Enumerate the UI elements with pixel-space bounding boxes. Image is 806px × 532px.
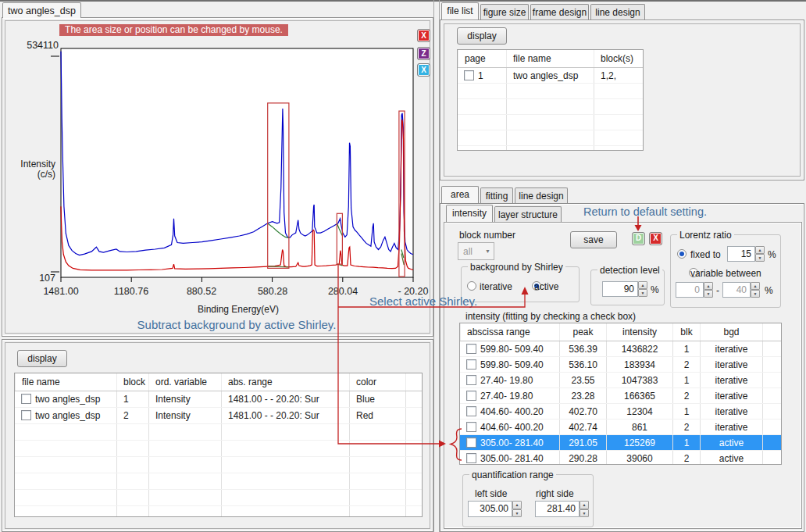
- lorentz-low-spinner[interactable]: ▲ ▼: [704, 282, 713, 298]
- save-button[interactable]: save: [570, 231, 617, 248]
- column-header[interactable]: abs. range: [221, 373, 349, 391]
- column-header[interactable]: peak: [559, 323, 606, 341]
- intensity-table[interactable]: abscissa rangepeakintensityblkbgd599.80-…: [459, 323, 782, 465]
- detection-level-input[interactable]: 90: [602, 281, 638, 297]
- background-shirley-title: background by Shirley: [468, 262, 565, 273]
- tab-line-design-top[interactable]: line design: [590, 4, 645, 20]
- spinner-up-icon[interactable]: ▲: [751, 282, 760, 290]
- column-header[interactable]: blk: [672, 323, 700, 341]
- table-row[interactable]: 404.60- 400.20402.70123041iterative: [460, 404, 781, 420]
- delete-button[interactable]: X: [649, 232, 662, 245]
- table-cell: [221, 457, 349, 473]
- table-cell: [349, 441, 405, 456]
- lorentz-fixed-radio[interactable]: [677, 249, 687, 259]
- table-row[interactable]: 599.80- 509.40536.101839342iterative: [460, 357, 781, 373]
- row-checkbox[interactable]: [466, 453, 476, 463]
- table-row[interactable]: 27.40- 19.8023.281663652iterative: [460, 388, 781, 404]
- tab-figure-size[interactable]: figure size: [480, 4, 529, 20]
- iterative-radio[interactable]: [467, 281, 476, 291]
- table-cell: [762, 341, 779, 356]
- spinner-down-icon[interactable]: ▼: [751, 290, 760, 298]
- table-cell: Intensity: [148, 408, 221, 423]
- table-cell: [405, 473, 420, 489]
- spinner-up-icon[interactable]: ▲: [704, 282, 713, 290]
- display-button-top[interactable]: display: [457, 27, 507, 45]
- table-row[interactable]: 305.00- 281.40290.28390602active: [460, 451, 781, 465]
- table-row[interactable]: 27.40- 19.8023.5510473831iterative: [460, 373, 781, 388]
- table-cell: 1,2,: [594, 68, 642, 83]
- lorentz-fixed-input[interactable]: 15: [727, 246, 755, 262]
- column-header[interactable]: block(s): [594, 50, 642, 67]
- column-header[interactable]: [405, 373, 420, 391]
- table-header-row: file nameblockord. variableabs. rangecol…: [15, 373, 422, 391]
- column-header[interactable]: block: [116, 373, 148, 391]
- tab-layer-structure[interactable]: layer structure: [494, 206, 562, 222]
- row-checkbox[interactable]: [464, 70, 474, 80]
- chart-tab-label: two angles_dsp: [8, 5, 76, 16]
- column-header[interactable]: bgd: [700, 323, 762, 341]
- column-header[interactable]: abscissa range: [460, 323, 559, 341]
- tab-intensity[interactable]: intensity: [446, 205, 493, 222]
- vertical-splitter[interactable]: [433, 0, 440, 532]
- row-checkbox[interactable]: [466, 437, 476, 448]
- chart-close-button[interactable]: X: [417, 29, 430, 42]
- table-cell: Intensity: [148, 391, 221, 407]
- right-side-input[interactable]: 281.40: [535, 501, 580, 517]
- spinner-up-icon[interactable]: ▲: [512, 501, 522, 509]
- column-header[interactable]: intensity: [606, 323, 672, 341]
- tab-frame-design[interactable]: frame design: [530, 4, 589, 20]
- column-header[interactable]: [762, 323, 779, 341]
- default-setting-button[interactable]: D: [632, 232, 645, 245]
- table-row[interactable]: two angles_dsp1Intensity1481.00 - - 20.2…: [15, 391, 422, 408]
- row-checkbox[interactable]: [466, 422, 476, 432]
- chart-tab[interactable]: two angles_dsp: [2, 2, 81, 18]
- table-cell: 125269: [606, 435, 672, 450]
- table-row[interactable]: two angles_dsp2Intensity1481.00 - - 20.2…: [15, 408, 422, 424]
- spinner-up-icon[interactable]: ▲: [638, 281, 647, 289]
- background-shirley-group: background by Shirley iterative active: [461, 266, 580, 302]
- display-button-bottom[interactable]: display: [17, 350, 67, 367]
- spinner-down-icon[interactable]: ▼: [580, 509, 589, 518]
- row-checkbox[interactable]: [21, 410, 31, 420]
- row-checkbox[interactable]: [466, 406, 476, 416]
- table-row[interactable]: 305.00- 281.40291.051252691active: [460, 435, 781, 451]
- column-header[interactable]: file name: [15, 373, 116, 391]
- row-checkbox[interactable]: [466, 344, 476, 354]
- table-row[interactable]: 599.80- 509.40536.3914368221iterative: [460, 341, 781, 357]
- column-header[interactable]: file name: [506, 50, 594, 67]
- column-header[interactable]: color: [349, 373, 405, 391]
- right-side-spinner[interactable]: ▲ ▼: [580, 501, 589, 517]
- spinner-up-icon[interactable]: ▲: [580, 501, 589, 509]
- row-checkbox[interactable]: [21, 394, 31, 404]
- tab-file-list[interactable]: file list: [441, 2, 479, 20]
- left-side-input[interactable]: 305.00: [468, 501, 512, 517]
- tab-fitting-label: fitting: [486, 191, 508, 202]
- lorentz-high-spinner[interactable]: ▲ ▼: [751, 282, 760, 298]
- block-number-dropdown[interactable]: all ▼: [458, 242, 494, 260]
- left-side-spinner[interactable]: ▲ ▼: [512, 501, 522, 517]
- page-file-table[interactable]: pagefile nameblock(s)1two angles_dsp1,2,: [457, 49, 644, 151]
- tab-fitting[interactable]: fitting: [480, 187, 513, 203]
- spinner-up-icon[interactable]: ▲: [755, 246, 765, 254]
- column-header[interactable]: ord. variable: [148, 373, 221, 391]
- row-checkbox[interactable]: [466, 375, 476, 385]
- detection-level-spinner[interactable]: ▲ ▼: [638, 281, 647, 297]
- table-row[interactable]: 404.60- 400.20402.748612iterative: [460, 420, 781, 435]
- tab-area[interactable]: area: [441, 186, 479, 203]
- chart-xaxis-button[interactable]: X: [417, 63, 430, 77]
- spinner-down-icon[interactable]: ▼: [638, 289, 647, 297]
- column-header[interactable]: page: [458, 50, 506, 67]
- spinner-down-icon[interactable]: ▼: [755, 254, 765, 262]
- row-checkbox[interactable]: [466, 359, 476, 370]
- chart-zoom-button[interactable]: Z: [417, 47, 430, 60]
- lorentz-high-input[interactable]: 40: [722, 282, 751, 298]
- lorentz-low-input[interactable]: 0: [676, 282, 704, 298]
- file-block-table[interactable]: file nameblockord. variableabs. rangecol…: [14, 373, 423, 517]
- tab-line-design-bottom[interactable]: line design: [515, 187, 568, 203]
- spinner-down-icon[interactable]: ▼: [704, 290, 713, 298]
- lorentz-fixed-spinner[interactable]: ▲ ▼: [755, 246, 765, 262]
- table-row[interactable]: 1two angles_dsp1,2,: [458, 68, 643, 84]
- row-checkbox[interactable]: [466, 391, 476, 401]
- table-cell: [15, 441, 116, 456]
- spinner-down-icon[interactable]: ▼: [512, 509, 522, 518]
